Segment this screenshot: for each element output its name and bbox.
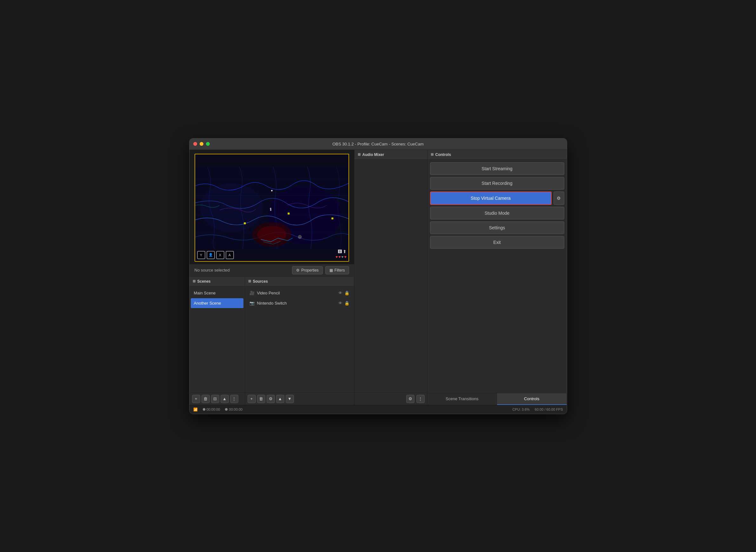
- recording-time: 00:00:00: [229, 408, 242, 411]
- audio-mixer-header: ⊞ Audio Mixer: [354, 150, 427, 160]
- traffic-lights: [193, 142, 210, 146]
- audio-gear-button[interactable]: ⚙: [406, 395, 414, 403]
- recording-dot: [225, 408, 227, 411]
- controls-icon: ⊞: [431, 152, 433, 157]
- scenes-panel-title: Scenes: [197, 279, 211, 284]
- signal-icon: 📶: [193, 408, 198, 412]
- preview-svg: [195, 154, 349, 261]
- audio-mixer-title: Audio Mixer: [362, 152, 384, 157]
- source-down-button[interactable]: ▼: [286, 395, 294, 403]
- audio-mixer-icon: ⊞: [358, 152, 361, 157]
- lock-icon-video[interactable]: 🔒: [344, 291, 349, 295]
- preview-badge-b: 🅱 ⬆: [338, 249, 347, 254]
- source-up-button[interactable]: ▲: [276, 395, 285, 403]
- scene-up-button[interactable]: ▲: [221, 395, 229, 403]
- source-icon-switch: 📷: [249, 301, 254, 305]
- preview-overlay-icons: Y 👤 X A: [197, 251, 234, 259]
- window-title: OBS 30.1.2 - Profile: CueCam - Scenes: C…: [332, 142, 424, 146]
- heart-icons: ♥ ♥ ♥ ♥: [336, 255, 347, 259]
- audio-more-button[interactable]: ⋮: [416, 395, 425, 403]
- tab-scene-transitions[interactable]: Scene Transitions: [427, 393, 497, 405]
- status-bar: 📶 00:00:00 00:00:00 CPU: 3.6% 60.00 / 60…: [189, 405, 567, 414]
- controls-panel: ⊞ Controls Start Streaming Start Recordi…: [427, 150, 567, 405]
- fps-status: 60.00 / 60.00 FPS: [535, 408, 563, 411]
- svg-point-16: [298, 235, 302, 239]
- scenes-panel-icon: ⊞: [193, 279, 195, 283]
- svg-point-18: [300, 236, 301, 237]
- cpu-status: CPU: 3.6%: [512, 408, 529, 411]
- toolbar-area: No source selected ⚙ Properties ▦ Filter…: [189, 264, 354, 277]
- svg-point-8: [271, 190, 272, 191]
- sources-footer: + 🗑 ⚙ ▲ ▼: [245, 393, 354, 405]
- close-button[interactable]: [193, 142, 197, 146]
- scenes-panel: ⊞ Scenes Main Scene Another Scene + 🗑: [189, 277, 245, 405]
- svg-point-15: [270, 208, 271, 209]
- heart-3: ♥: [341, 255, 343, 259]
- no-source-label: No source selected: [195, 268, 290, 273]
- scene-filter-button[interactable]: ⊟: [211, 395, 219, 403]
- fps-label: 60.00 / 60.00 FPS: [535, 408, 563, 411]
- scene-add-button[interactable]: +: [192, 395, 200, 403]
- svg-point-17: [298, 236, 299, 237]
- heart-1: ♥: [336, 255, 338, 259]
- icon-a: A: [226, 251, 234, 259]
- tab-controls[interactable]: Controls: [497, 393, 567, 405]
- scenes-footer: + 🗑 ⊟ ▲ ⋮: [189, 393, 245, 405]
- recording-status: 00:00:00: [225, 408, 242, 411]
- start-recording-button[interactable]: Start Recording: [430, 177, 564, 189]
- svg-point-2: [200, 183, 263, 232]
- controls-body: Start Streaming Start Recording Stop Vir…: [427, 160, 567, 393]
- source-controls-switch: 👁 🔒: [338, 301, 349, 305]
- filters-button[interactable]: ▦ Filters: [325, 266, 349, 274]
- studio-mode-button[interactable]: Studio Mode: [430, 207, 564, 220]
- titlebar: OBS 30.1.2 - Profile: CueCam - Scenes: C…: [189, 138, 567, 150]
- stop-virtual-camera-button[interactable]: Stop Virtual Camera: [430, 191, 552, 205]
- sources-panel: ⊞ Sources 🎥 Video Pencil 👁 🔒: [245, 277, 354, 405]
- right-sidebar: ⊞ Audio Mixer ⚙ ⋮: [354, 150, 427, 405]
- svg-point-10: [257, 226, 286, 243]
- preview-area: Y 👤 X A 🅱 ⬆ ♥ ♥: [189, 150, 354, 264]
- vc-gear-icon: ⚙: [557, 196, 561, 201]
- source-remove-button[interactable]: 🗑: [257, 395, 265, 403]
- settings-button[interactable]: Settings: [430, 222, 564, 234]
- start-streaming-button[interactable]: Start Streaming: [430, 162, 564, 175]
- sources-panel-title: Sources: [253, 279, 268, 284]
- scenes-panel-header: ⊞ Scenes: [189, 277, 245, 286]
- scene-remove-button[interactable]: 🗑: [202, 395, 210, 403]
- source-add-button[interactable]: +: [247, 395, 256, 403]
- minimize-button[interactable]: [200, 142, 203, 146]
- source-item-video-pencil[interactable]: 🎥 Video Pencil 👁 🔒: [246, 288, 353, 298]
- source-properties-button[interactable]: ⚙: [266, 395, 275, 403]
- controls-header: ⊞ Controls: [427, 150, 567, 160]
- main-content: Y 👤 X A 🅱 ⬆ ♥ ♥: [189, 150, 567, 405]
- exit-button[interactable]: Exit: [430, 236, 564, 249]
- streaming-time: 00:00:00: [207, 408, 220, 411]
- app-window: OBS 30.1.2 - Profile: CueCam - Scenes: C…: [189, 138, 567, 414]
- icon-x: X: [216, 251, 224, 259]
- scene-item-another[interactable]: Another Scene: [191, 298, 243, 308]
- controls-footer: Scene Transitions Controls: [427, 393, 567, 405]
- preview-canvas: Y 👤 X A 🅱 ⬆ ♥ ♥: [195, 154, 349, 262]
- audio-mixer-footer: ⚙ ⋮: [354, 393, 427, 405]
- source-controls-video: 👁 🔒: [338, 291, 349, 295]
- preview-icons-right: 🅱 ⬆ ♥ ♥ ♥ ♥: [336, 249, 347, 259]
- left-area: Y 👤 X A 🅱 ⬆ ♥ ♥: [189, 150, 354, 405]
- eye-icon-switch[interactable]: 👁: [338, 301, 343, 305]
- scene-item-main[interactable]: Main Scene: [191, 288, 243, 298]
- svg-rect-12: [288, 213, 290, 215]
- scene-more-button[interactable]: ⋮: [230, 395, 238, 403]
- streaming-dot: [203, 408, 205, 411]
- eye-icon-video[interactable]: 👁: [338, 291, 343, 295]
- cpu-label: CPU: 3.6%: [512, 408, 529, 411]
- svg-rect-11: [244, 222, 246, 224]
- lock-icon-switch[interactable]: 🔒: [344, 301, 349, 305]
- virtual-camera-row: Stop Virtual Camera ⚙: [430, 191, 564, 205]
- source-item-nintendo-switch[interactable]: 📷 Nintendo Switch 👁 🔒: [246, 298, 353, 308]
- panels-area: ⊞ Scenes Main Scene Another Scene + 🗑: [189, 277, 354, 405]
- virtual-camera-gear-button[interactable]: ⚙: [554, 191, 564, 205]
- signal-status: 📶: [193, 408, 198, 412]
- properties-button[interactable]: ⚙ Properties: [292, 266, 323, 274]
- maximize-button[interactable]: [206, 142, 210, 146]
- filter-icon: ▦: [330, 268, 333, 273]
- scenes-list: Main Scene Another Scene: [189, 286, 245, 393]
